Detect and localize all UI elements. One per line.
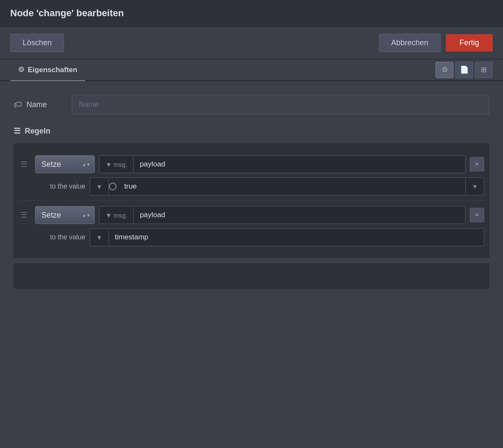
rule-top: ☰ Setze ▼ msg. payload × — [19, 206, 484, 224]
settings-icon: ⚙ — [442, 65, 448, 74]
arrow-down-icon: ▼ — [105, 161, 112, 168]
msg-prefix-label: msg. — [114, 161, 128, 168]
delete-button[interactable]: Löschen — [10, 34, 64, 52]
tab-properties[interactable]: ⚙ Eigenschaften — [10, 59, 85, 81]
close-icon: × — [475, 211, 479, 219]
value-prefix-btn[interactable]: ▼ — [90, 230, 109, 245]
chevron-down-icon: ▼ — [472, 183, 478, 190]
value-field-wrapper: ▼ true ▼ — [90, 177, 484, 195]
action-select-wrapper: Setze — [35, 155, 95, 173]
tab-layout-btn[interactable]: ⊞ — [475, 62, 493, 78]
to-value-label: to the value — [34, 233, 85, 241]
msg-field-text: payload — [134, 156, 465, 173]
rules-icon: ☰ — [14, 126, 20, 136]
tab-settings-btn[interactable]: ⚙ — [436, 62, 453, 78]
close-icon: × — [475, 160, 479, 168]
tab-properties-label: Eigenschaften — [28, 66, 77, 74]
action-select[interactable]: Setze — [35, 155, 95, 173]
done-button[interactable]: Fertig — [446, 34, 493, 52]
action-select[interactable]: Setze — [35, 206, 95, 224]
circle-icon — [109, 183, 117, 190]
rule-close-btn[interactable]: × — [470, 208, 484, 222]
action-select-wrapper: Setze — [35, 206, 95, 224]
name-input[interactable] — [72, 95, 489, 114]
doc-icon: 📄 — [460, 65, 469, 74]
value-field-wrapper: ▼ timestamp — [90, 228, 484, 246]
header: Node 'change' bearbeiten — [0, 0, 503, 27]
tabs-bar: ⚙ Eigenschaften ⚙ 📄 ⊞ — [0, 59, 503, 81]
arrow-down-icon: ▼ — [105, 212, 112, 219]
bottom-area — [14, 263, 489, 289]
arrow-down-icon: ▼ — [96, 183, 102, 190]
arrow-down-icon: ▼ — [96, 234, 102, 241]
drag-handle-icon[interactable]: ☰ — [19, 158, 29, 171]
rule-top: ☰ Setze ▼ msg. payload × — [19, 155, 484, 173]
msg-field-wrapper: ▼ msg. payload — [99, 206, 465, 224]
rules-container: ☰ Setze ▼ msg. payload × — [14, 143, 489, 258]
gear-icon: ⚙ — [18, 65, 24, 74]
value-field-text: timestamp — [109, 229, 484, 246]
name-label: 🏷 Name — [14, 100, 65, 110]
layout-icon: ⊞ — [481, 65, 487, 74]
rule-bottom: to the value ▼ true ▼ — [19, 177, 484, 195]
to-value-label: to the value — [34, 183, 85, 190]
cancel-button[interactable]: Abbrechen — [379, 34, 441, 52]
rule-bottom: to the value ▼ timestamp — [19, 228, 484, 246]
msg-prefix-label: msg. — [114, 212, 128, 219]
value-prefix-btn[interactable]: ▼ — [90, 179, 109, 195]
msg-prefix-btn[interactable]: ▼ msg. — [99, 207, 134, 223]
tag-icon: 🏷 — [14, 100, 22, 110]
rule-close-btn[interactable]: × — [470, 157, 484, 172]
rule-row: ☰ Setze ▼ msg. payload × — [19, 201, 484, 251]
name-field-row: 🏷 Name — [14, 95, 489, 114]
toolbar: Löschen Abbrechen Fertig — [0, 27, 503, 59]
value-suffix-btn[interactable]: ▼ — [465, 179, 484, 194]
msg-prefix-btn[interactable]: ▼ msg. — [99, 157, 134, 172]
msg-field-text: payload — [134, 207, 465, 224]
page-title: Node 'change' bearbeiten — [10, 8, 124, 18]
content: 🏷 Name ☰ Regeln ☰ Setze ▼ msg. — [0, 81, 503, 299]
drag-handle-icon[interactable]: ☰ — [19, 209, 29, 221]
value-field-text: true — [118, 178, 465, 195]
msg-field-wrapper: ▼ msg. payload — [99, 155, 465, 173]
rule-row: ☰ Setze ▼ msg. payload × — [19, 150, 484, 201]
tab-actions: ⚙ 📄 ⊞ — [436, 62, 493, 78]
rules-section-label: ☰ Regeln — [14, 126, 489, 136]
tab-doc-btn[interactable]: 📄 — [455, 62, 473, 78]
